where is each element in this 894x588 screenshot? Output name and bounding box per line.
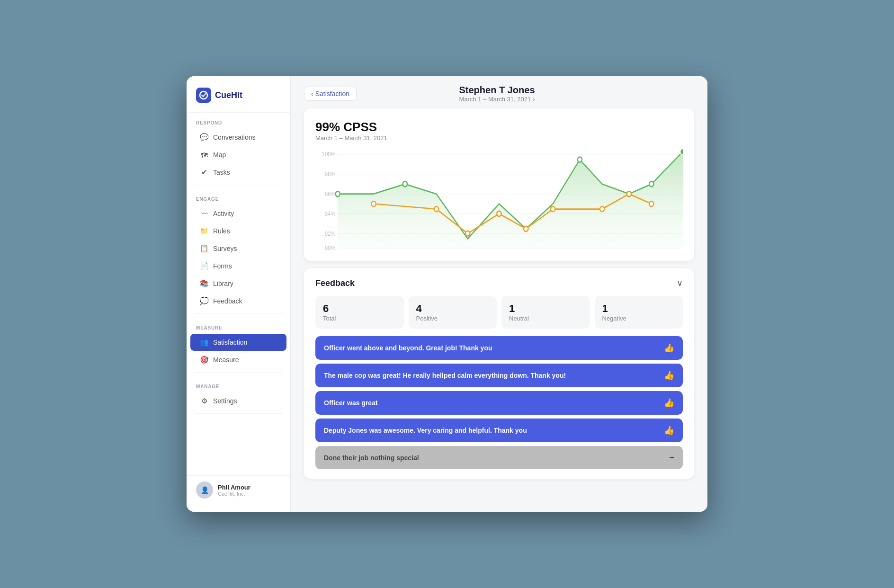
page-subtitle: March 1 – March 31, 2021 › — [364, 96, 630, 103]
sidebar: CueHit RESPOND💬Conversations🗺Map✔TasksEN… — [187, 76, 291, 512]
sidebar-divider — [194, 185, 283, 185]
subtitle-text: March 1 – March 31, 2021 — [459, 96, 531, 103]
logo-text: CueHit — [215, 90, 242, 100]
sidebar-item-library[interactable]: 📚Library — [190, 275, 286, 292]
feedback-item[interactable]: Done their job nothing special − — [315, 446, 683, 469]
avatar: 👤 — [196, 481, 213, 499]
sidebar-divider — [194, 413, 283, 414]
stat-label: Positive — [416, 315, 490, 322]
svg-point-20 — [371, 201, 375, 206]
sidebar-section-respond: RESPOND — [187, 113, 290, 128]
sidebar-item-settings-label: Settings — [213, 397, 237, 405]
top-bar: ‹ Satisfaction Stephen T Jones March 1 –… — [291, 76, 707, 108]
user-name: Phil Amour — [218, 484, 250, 491]
feedback-section: Feedback ∨ 6 Total 4 Positive 1 Neutral … — [304, 268, 694, 479]
sidebar-item-map-label: Map — [213, 151, 226, 159]
back-button[interactable]: ‹ Satisfaction — [304, 87, 357, 101]
svg-text:94%: 94% — [325, 210, 336, 217]
activity-icon: 〰 — [200, 209, 208, 218]
svg-point-21 — [434, 206, 438, 212]
feedback-header: Feedback ∨ — [315, 278, 683, 288]
feedback-item[interactable]: Officer was great 👍 — [315, 391, 683, 415]
feedback-stats: 6 Total 4 Positive 1 Neutral 1 Negative — [315, 296, 683, 329]
sidebar-item-satisfaction[interactable]: 👥Satisfaction — [190, 334, 286, 351]
sidebar-item-feedback-label: Feedback — [213, 297, 242, 305]
user-info: Phil Amour CueHit, Inc. — [218, 484, 250, 497]
feedback-item[interactable]: Officer went above and beyond. Great job… — [315, 336, 683, 360]
chevron-down-icon[interactable]: ∨ — [677, 278, 683, 288]
sidebar-divider — [194, 372, 283, 373]
feedback-title: Feedback — [315, 278, 355, 288]
sidebar-item-tasks[interactable]: ✔Tasks — [190, 164, 286, 181]
svg-text:92%: 92% — [325, 230, 336, 237]
svg-text:98%: 98% — [325, 170, 336, 178]
sidebar-item-measure[interactable]: 🎯Measure — [190, 351, 286, 368]
feedback-item-text: Done their job nothing special — [324, 454, 419, 462]
sidebar-item-rules[interactable]: 📁Rules — [190, 223, 286, 240]
sidebar-item-feedback[interactable]: 💭Feedback — [190, 293, 286, 310]
svg-point-16 — [578, 157, 582, 162]
logo: CueHit — [187, 76, 290, 113]
library-icon: 📚 — [200, 279, 208, 288]
svg-point-14 — [336, 191, 340, 196]
svg-point-27 — [627, 191, 631, 196]
sidebar-item-forms[interactable]: 📄Forms — [190, 258, 286, 275]
svg-point-24 — [524, 226, 528, 232]
stat-box-total: 6 Total — [315, 296, 404, 329]
sidebar-divider — [194, 313, 283, 314]
back-label: Satisfaction — [315, 90, 349, 98]
user-company: CueHit, Inc. — [218, 491, 250, 497]
feedback-item[interactable]: Deputy Jones was awesome. Very caring an… — [315, 419, 683, 442]
sidebar-item-surveys-label: Surveys — [213, 245, 237, 252]
content-area: 99% CPSS March 1 – March 31, 2021 — [291, 108, 707, 492]
sidebar-item-map[interactable]: 🗺Map — [190, 146, 286, 163]
svg-point-28 — [649, 201, 653, 206]
stat-box-neutral: 1 Neutral — [501, 296, 590, 329]
sidebar-section-manage: MANAGE — [187, 376, 290, 392]
stat-number: 1 — [602, 303, 676, 315]
sidebar-item-conversations[interactable]: 💬Conversations — [190, 129, 286, 146]
svg-point-0 — [200, 91, 207, 99]
feedback-item-text: Deputy Jones was awesome. Very caring an… — [324, 427, 527, 434]
svg-text:100%: 100% — [322, 151, 336, 158]
feedback-item[interactable]: The male cop was great! He really hellpe… — [315, 364, 683, 387]
sidebar-item-activity[interactable]: 〰Activity — [190, 205, 286, 222]
page-title: Stephen T Jones — [364, 85, 630, 96]
svg-point-18 — [649, 181, 653, 187]
stat-box-negative: 1 Negative — [595, 296, 683, 329]
conversations-icon: 💬 — [200, 133, 208, 142]
logo-icon — [196, 88, 211, 103]
thumbs-up-icon: 👍 — [664, 343, 674, 353]
svg-point-25 — [551, 206, 555, 212]
tasks-icon: ✔ — [200, 168, 208, 177]
svg-point-15 — [403, 181, 407, 187]
sidebar-item-measure-label: Measure — [213, 356, 239, 364]
feedback-items: Officer went above and beyond. Great job… — [315, 336, 683, 469]
thumbs-up-icon: 👍 — [664, 425, 674, 436]
thumbs-up-icon: 👍 — [664, 398, 674, 408]
sidebar-item-conversations-label: Conversations — [213, 134, 256, 141]
sidebar-item-settings[interactable]: ⚙Settings — [190, 392, 286, 410]
feedback-icon: 💭 — [200, 297, 208, 305]
chart-date-range: March 1 – March 31, 2021 — [315, 134, 683, 142]
sidebar-item-surveys[interactable]: 📋Surveys — [190, 240, 286, 257]
page-title-area: Stephen T Jones March 1 – March 31, 2021… — [364, 85, 630, 103]
surveys-icon: 📋 — [200, 244, 208, 253]
sidebar-nav: RESPOND💬Conversations🗺Map✔TasksENGAGE〰Ac… — [187, 113, 290, 418]
cpss-value: 99% CPSS — [315, 120, 683, 134]
measure-icon: 🎯 — [200, 356, 208, 364]
forms-icon: 📄 — [200, 262, 208, 270]
stat-label: Negative — [602, 315, 676, 322]
sidebar-item-activity-label: Activity — [213, 210, 234, 217]
feedback-item-text: Officer went above and beyond. Great job… — [324, 344, 492, 352]
stat-label: Total — [323, 315, 396, 322]
svg-text:96%: 96% — [325, 190, 336, 197]
sidebar-section-measure: MEASURE — [187, 318, 290, 333]
sidebar-section-engage: ENGAGE — [187, 189, 290, 205]
app-window: CueHit RESPOND💬Conversations🗺Map✔TasksEN… — [187, 76, 707, 512]
svg-point-22 — [465, 231, 470, 236]
chart-container: 100% 98% 96% 94% 92% 90% — [315, 149, 683, 253]
svg-text:90%: 90% — [325, 245, 336, 252]
sidebar-item-rules-label: Rules — [213, 227, 230, 235]
minus-icon: − — [669, 453, 674, 463]
